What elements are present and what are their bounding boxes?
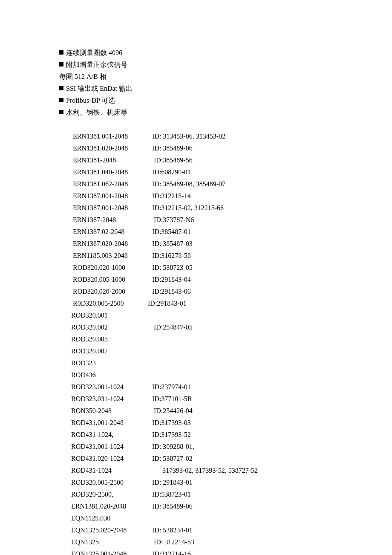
product-id-list: ERN1381.001-2048ID: 313453-06, 313453-02…	[59, 130, 332, 555]
list-item: ERN1387.020-2048ID: 385487-03	[71, 238, 332, 250]
model-cell: ROD436	[71, 369, 152, 381]
id-cell: ID:291843-01	[148, 298, 332, 309]
model-cell: ROD431.020-1024	[71, 453, 152, 465]
bullet-item: Profibus-DP 可选	[59, 95, 332, 107]
list-item: ROD320-2500,ID:538723-01	[71, 489, 332, 500]
id-cell: ID:312214-16	[152, 548, 332, 555]
model-cell: ROD320.020-2000	[71, 286, 152, 298]
model-cell: ROD320.007	[71, 345, 152, 357]
model-cell: ROD431-1024	[71, 465, 152, 477]
list-item: EQN1125.030	[71, 512, 332, 524]
model-cell: EQN1325	[71, 536, 152, 548]
model-cell: ROD320.005-2500	[71, 477, 152, 489]
model-cell: EQN1125.030	[71, 512, 152, 524]
list-item: ROD320.001	[71, 309, 332, 321]
model-cell: ERN1387.001-2048	[71, 190, 152, 202]
list-item: ROD320.005-1000ID:291843-04	[71, 274, 332, 286]
id-cell: ID:254847-05	[152, 321, 332, 333]
id-cell: ID: 312214-53	[152, 536, 332, 548]
id-cell: ID:291843-04	[152, 274, 332, 286]
id-cell: ID:385489-56	[152, 154, 332, 166]
list-item: ROD320.005-2500ID: 291843-01	[71, 477, 332, 489]
id-cell: ID:317393-52	[152, 429, 332, 441]
model-cell: ROD323.001-1024	[71, 381, 152, 393]
list-item: RON350-2048 ID:254426-04	[71, 405, 332, 417]
list-item: EQN1325.020-2048ID: 538234-01	[71, 524, 332, 536]
model-cell: ERN1387-2048	[71, 214, 152, 226]
model-cell: ROD431-1024,	[71, 429, 152, 441]
model-cell: ERN1387.001-2048	[71, 202, 152, 214]
list-item: ROD436	[71, 369, 332, 381]
model-cell: ERN1381.020-2048	[71, 142, 152, 154]
id-cell: ID: 313453-06, 313453-02	[152, 130, 332, 142]
model-cell: ERN1185.003-2048	[71, 250, 152, 262]
bullet-text: 连续测量圈数 4096	[66, 49, 122, 56]
document-page: 连续测量圈数 4096 附加增量正余弦信号 每圈 512 A/B 相 SSI 输…	[0, 0, 332, 555]
square-bullet-icon	[59, 50, 63, 55]
model-cell: ROD320.020-1000	[71, 262, 152, 274]
model-cell: ROD431.001-1024	[71, 441, 152, 453]
square-bullet-icon	[59, 110, 63, 114]
list-item: ROD320.005	[71, 333, 332, 345]
bullet-item: 附加增量正余弦信号	[59, 59, 332, 71]
model-cell: ERN1387.020-2048	[71, 238, 152, 250]
id-cell: ID: 538727-02	[152, 453, 332, 465]
id-cell	[152, 345, 332, 357]
id-cell: ID:385487-01	[152, 226, 332, 238]
model-cell: ROD323.031-1024	[71, 393, 152, 405]
list-item: ROD431-1024 317393-02, 317393-52, 538727…	[71, 465, 332, 477]
id-cell	[152, 512, 332, 524]
bullet-text: 水利、钢铁、机床等	[66, 109, 127, 116]
list-item: ERN1381.001-2048ID: 313453-06, 313453-02	[71, 130, 332, 142]
id-cell: ID: 385489-06	[152, 500, 332, 512]
model-cell: ERN1381.062-2048	[71, 178, 152, 190]
bullet-item: 水利、钢铁、机床等	[59, 107, 332, 119]
model-cell: ERN1381.020-2048	[71, 500, 152, 512]
id-cell	[152, 369, 332, 381]
model-cell: ROD320.002	[71, 321, 152, 333]
list-item: ERN1387-2048 ID:373787-N6	[71, 214, 332, 226]
list-item: ERN1381.040-2048ID:608290-01	[71, 166, 332, 178]
model-cell: ERN1381-2048	[71, 154, 152, 166]
list-item: ROD320.020-1000ID: 538723-05	[71, 262, 332, 274]
model-cell: RON350-2048	[71, 405, 152, 417]
id-cell: 317393-02, 317393-52, 538727-52	[152, 465, 332, 477]
bullet-item: 连续测量圈数 4096	[59, 47, 332, 59]
id-cell: ID:377101-5R	[152, 393, 332, 405]
square-bullet-icon	[59, 86, 63, 90]
model-cell: ROD320.005-1000	[71, 274, 152, 286]
id-cell: ID:317393-03	[152, 417, 332, 429]
model-cell: ROD431.001-2048	[71, 417, 152, 429]
id-cell	[152, 333, 332, 345]
id-cell: ID:291843-06	[152, 286, 332, 298]
list-item: ERN1381.020-2048ID: 385489-06	[71, 142, 332, 154]
model-cell: ERN1387.02-2048	[71, 226, 152, 238]
model-cell: ROD320.005	[71, 333, 152, 345]
model-cell: ERN1381.001-2048	[71, 130, 152, 142]
id-cell	[152, 309, 332, 321]
square-bullet-icon	[59, 98, 63, 102]
list-item: ROD323.001-1024ID:237974-01	[71, 381, 332, 393]
list-item: ERN1381.020-2048ID: 385489-06	[71, 500, 332, 512]
id-cell: ID:312215-14	[152, 190, 332, 202]
id-cell	[152, 357, 332, 369]
list-item: ROD431-1024,ID:317393-52	[71, 429, 332, 441]
id-cell: ID: 309288-01,	[152, 441, 332, 453]
id-cell: ID:538723-01	[152, 489, 332, 500]
model-cell: ROD323	[71, 357, 152, 369]
model-cell: ERN1381.040-2048	[71, 166, 152, 178]
square-bullet-icon	[59, 62, 63, 66]
bullet-text: Profibus-DP 可选	[66, 97, 115, 104]
list-item: ROD320.020-2000ID:291843-06	[71, 286, 332, 298]
model-cell: R0D320.005-2500	[71, 298, 148, 309]
list-item: ROD323.031-1024ID:377101-5R	[71, 393, 332, 405]
id-cell: ID:373787-N6	[152, 214, 332, 226]
list-item: ERN1381-2048 ID:385489-56	[71, 154, 332, 166]
list-item: ERN1387.001-2048ID:312215-02, 312215-66	[71, 202, 332, 214]
subline-text: 每圈 512 A/B 相	[59, 73, 107, 80]
list-item: ERN1387.02-2048ID:385487-01	[71, 226, 332, 238]
list-item: ERN1387.001-2048ID:312215-14	[71, 190, 332, 202]
id-cell: ID: 538234-01	[152, 524, 332, 536]
text-line: 每圈 512 A/B 相	[59, 71, 332, 83]
list-item: EQN1325.001-2048ID:312214-16	[71, 548, 332, 555]
